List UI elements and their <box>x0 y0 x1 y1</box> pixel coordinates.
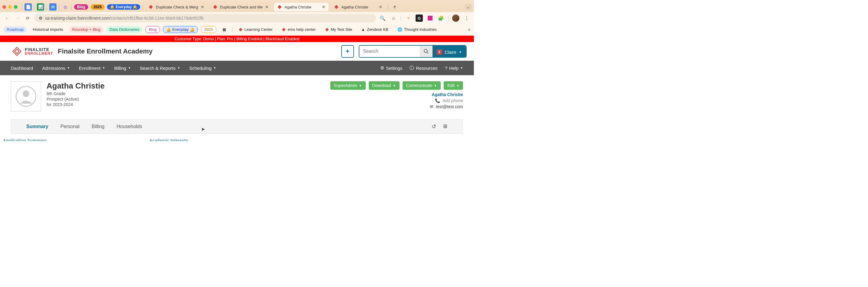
minimize-window[interactable] <box>8 5 12 9</box>
contact-email[interactable]: test@test.com <box>436 104 463 109</box>
nav-resources[interactable]: ⓘResources <box>409 65 438 71</box>
bookmark-roundup[interactable]: Roundup + Blog <box>69 26 104 33</box>
back-button[interactable]: ← <box>4 14 11 22</box>
avatar-placeholder-icon <box>16 86 37 107</box>
nav-dashboard[interactable]: Dashboard <box>11 66 33 71</box>
contact-header: Agatha Christie 6th Grade Prospect (Acti… <box>0 75 474 134</box>
tab-personal[interactable]: Personal <box>60 124 80 129</box>
tab-title: Duplicate Check & Merg <box>156 5 198 9</box>
search-icon <box>424 49 429 54</box>
maximize-window[interactable] <box>14 5 18 9</box>
extension-1-icon[interactable]: ⥾ <box>405 14 412 22</box>
search-input[interactable] <box>359 45 420 57</box>
address-bar[interactable]: ⚙ sa-training-claire.fsenrollment.com/co… <box>34 14 376 22</box>
browser-chrome: 📄 📊 20 ◎ Blog 2025 🔔 Everyday 🔔 Duplicat… <box>0 0 474 12</box>
search-button[interactable] <box>420 45 433 57</box>
svg-point-0 <box>424 49 427 53</box>
bookmark-mytest[interactable]: My Test Site <box>322 26 355 33</box>
pinned-tab-docs[interactable]: 📄 <box>25 3 32 10</box>
edit-button[interactable]: Edit▼ <box>444 81 463 90</box>
superadmin-button[interactable]: SuperAdmin▼ <box>330 81 366 90</box>
tab-duplicate-check-2[interactable]: Duplicate Check and Me ✕ <box>210 3 272 11</box>
finalsite-icon <box>325 28 329 32</box>
bookmarks-overflow-icon[interactable]: » <box>468 27 470 32</box>
close-tab-icon[interactable]: ✕ <box>201 4 204 9</box>
bookmark-historical[interactable]: Historical Imports <box>30 26 66 33</box>
tab-agatha-active[interactable]: Agatha Christie ✕ <box>274 3 329 11</box>
info-icon: ⓘ <box>409 65 414 71</box>
bookmark-thought[interactable]: 🌐Thought Industries <box>395 26 440 33</box>
bookmark-datadict[interactable]: Data Dictionaries <box>106 26 142 33</box>
nav-search-reports[interactable]: Search & Reports▼ <box>140 66 180 71</box>
window-controls[interactable] <box>2 5 18 9</box>
chevron-down-icon: ▼ <box>456 84 459 87</box>
section-title-right: Academic Interests <box>149 138 188 141</box>
tab-billing[interactable]: Billing <box>92 124 104 129</box>
pinned-pill-2025[interactable]: 2025 <box>91 4 105 10</box>
new-tab-button[interactable]: + <box>391 4 399 10</box>
history-icon[interactable]: ↺ <box>432 123 436 130</box>
tab-summary[interactable]: Summary <box>26 124 49 129</box>
bookmark-zendesk[interactable]: ▲Zendesk KB <box>358 26 392 33</box>
divider <box>448 15 448 21</box>
bookmark-everyday[interactable]: 🔔 Everyday 🔔 <box>163 26 198 33</box>
forward-button[interactable]: → <box>14 14 21 22</box>
finalsite-favicon-icon <box>334 4 339 9</box>
globe-icon: 🌐 <box>397 27 402 32</box>
contact-link-name[interactable]: Agatha Christie <box>430 92 463 97</box>
logo[interactable]: FINALSITE ENROLLMENT <box>12 46 53 56</box>
close-window[interactable] <box>2 5 6 9</box>
bookmark-ems[interactable]: ems help center <box>279 26 319 33</box>
svg-point-3 <box>23 90 29 97</box>
communicate-button[interactable]: Communicate▼ <box>403 81 441 90</box>
bookmark-apps-icon[interactable]: ▦ <box>219 26 229 33</box>
content-fragments: Application Summary Academic Interests <box>0 134 474 141</box>
extensions-puzzle-icon[interactable]: 🧩 <box>437 14 444 22</box>
bookmark-learning[interactable]: Learning Center <box>236 26 276 33</box>
chevron-down-icon: ▼ <box>102 66 105 69</box>
nav-scheduling[interactable]: Scheduling▼ <box>189 66 216 71</box>
pinned-tab-podcast[interactable]: ◎ <box>62 3 69 10</box>
bookmark-blog[interactable]: Blog <box>145 26 160 33</box>
close-tab-icon[interactable]: ✕ <box>265 4 269 9</box>
contact-status: Prospect (Active) <box>46 97 325 101</box>
contact-avatar[interactable] <box>11 81 41 111</box>
extension-3-icon[interactable] <box>427 14 434 22</box>
close-tab-icon[interactable]: ✕ <box>322 4 326 9</box>
divider <box>401 15 401 21</box>
pinned-pill-everyday[interactable]: 🔔 Everyday 🔔 <box>107 4 140 10</box>
divider <box>388 4 388 10</box>
contact-subtabs: Summary Personal Billing Households ↺ 🖥 <box>11 119 463 134</box>
chevron-down-icon: ▼ <box>67 66 70 69</box>
nav-enrollment[interactable]: Enrollment▼ <box>79 66 105 71</box>
nav-billing[interactable]: Billing▼ <box>114 66 131 71</box>
tab-households[interactable]: Households <box>117 124 142 129</box>
tab-duplicate-check-1[interactable]: Duplicate Check & Merg ✕ <box>145 3 207 11</box>
display-icon[interactable]: 🖥 <box>442 123 447 130</box>
browser-menu-icon[interactable]: ⋮ <box>463 14 470 22</box>
nav-help[interactable]: ?Help▼ <box>445 65 463 71</box>
tab-overflow-button[interactable]: ⌄ <box>465 4 471 10</box>
divider <box>34 4 34 10</box>
zoom-icon[interactable]: 🔍 <box>379 14 386 22</box>
bookmark-2025[interactable]: 2025 <box>201 26 216 33</box>
reload-button[interactable]: ⟳ <box>24 14 31 22</box>
close-tab-icon[interactable]: ✕ <box>379 4 382 9</box>
bookmark-roadmap[interactable]: Roadmap <box>4 26 27 33</box>
user-menu[interactable]: 2 Claire ▼ <box>433 45 466 58</box>
nav-settings[interactable]: ⚙Settings <box>380 65 402 71</box>
pinned-tab-calendar[interactable]: 20 <box>49 3 57 10</box>
pinned-tab-sheets[interactable]: 📊 <box>37 3 44 10</box>
tab-agatha-2[interactable]: Agatha Christie ✕ <box>331 3 385 11</box>
pinned-pill-blog[interactable]: Blog <box>74 4 88 10</box>
site-settings-icon[interactable]: ⚙ <box>39 16 42 21</box>
nav-admissions[interactable]: Admissions▼ <box>42 66 70 71</box>
section-title-left: Application Summary <box>3 138 46 141</box>
add-button[interactable]: + <box>341 45 354 58</box>
bookmark-star-icon[interactable]: ☆ <box>390 14 397 22</box>
download-button[interactable]: Download▼ <box>369 81 400 90</box>
profile-avatar[interactable] <box>452 14 459 22</box>
action-buttons: SuperAdmin▼ Download▼ Communicate▼ Edit▼ <box>330 81 463 90</box>
extension-2-icon[interactable]: G <box>415 14 423 22</box>
add-phone-link[interactable]: Add phone <box>442 98 463 103</box>
